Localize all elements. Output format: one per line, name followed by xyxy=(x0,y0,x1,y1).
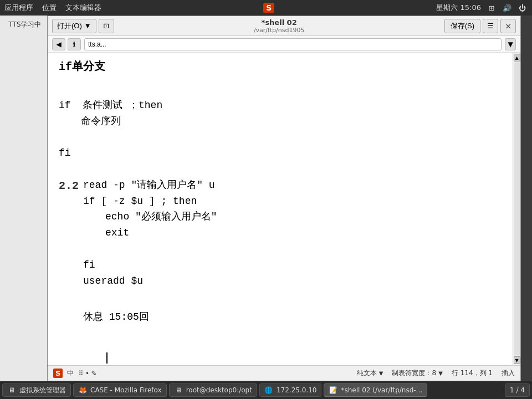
section-heading: if单分支 xyxy=(59,58,502,76)
status-bar: S 中 ⠿ • ✎ 纯文本 ▼ 制表符宽度：8 ▼ 行 114，列 1 插入 xyxy=(48,365,520,381)
vm-icon: 🖥 xyxy=(7,386,16,395)
network-icon: ⊞ xyxy=(487,3,497,13)
title-bar: 打开(O) ▼ ⊡ *shell 02 /var/ftp/nsd1905 保存(… xyxy=(48,16,520,36)
cursor-area xyxy=(59,334,502,365)
window-subtitle: /var/ftp/nsd1905 xyxy=(254,27,305,34)
if-check-line: if [ -z $u ] ; then xyxy=(83,193,502,209)
terminal-label: root@desktop0:/opt xyxy=(186,386,252,394)
section2-label: 2.2 xyxy=(59,177,79,195)
lang-indicator: 中 xyxy=(67,369,74,378)
firefox-label: CASE - Mozilla Firefox xyxy=(90,386,162,394)
ip-icon: 🌐 xyxy=(264,386,273,395)
blank-line-5 xyxy=(83,289,502,305)
left-panel-text: TTS学习中 xyxy=(0,16,49,34)
open-dropdown-arrow[interactable]: ▼ xyxy=(84,22,91,30)
taskbar: 🖥 虚拟系统管理器 🦊 CASE - Mozilla Firefox 🖥 roo… xyxy=(0,381,532,399)
input-mode: 插入 xyxy=(502,369,515,378)
editor-main: if单分支 if 条件测试 ；then 命令序列 fi 2.2 read -p … xyxy=(48,53,520,365)
status-icons: ⠿ • ✎ xyxy=(78,370,97,377)
menu-button[interactable]: ☰ xyxy=(483,19,498,33)
format-arrow: ▼ xyxy=(379,370,383,376)
blank-line-4 xyxy=(83,241,502,257)
blank-line-3 xyxy=(59,161,502,177)
clock: 星期六 15:06 xyxy=(436,3,481,13)
system-bar: 应用程序 位置 文本编辑器 S 星期六 15:06 ⊞ 🔊 ⏻ xyxy=(0,0,532,16)
scroll-track[interactable] xyxy=(514,63,520,355)
back-button[interactable]: ◀ xyxy=(52,38,65,50)
blank-line-2 xyxy=(59,129,502,145)
command-sequence-line: 命令序列 xyxy=(59,114,502,130)
useradd-line: useradd $u xyxy=(83,273,502,289)
pages-label: 1 / 4 xyxy=(510,386,525,394)
taskbar-item-ip[interactable]: 🌐 172.25.0.10 xyxy=(259,383,322,397)
s-logo-status: S xyxy=(53,369,63,378)
sound-icon: 🔊 xyxy=(502,3,512,13)
firefox-icon: 🦊 xyxy=(78,386,87,395)
screenshot-icon: ⊡ xyxy=(103,22,109,30)
address-bar: ◀ ℹ ▼ xyxy=(48,36,520,53)
close-button[interactable]: × xyxy=(500,19,516,33)
ip-label: 172.25.0.10 xyxy=(277,386,317,394)
tab-width-dropdown[interactable]: 制表符宽度：8 ▼ xyxy=(392,369,442,378)
fi-line-2: fi xyxy=(83,257,502,273)
stack-icon: S xyxy=(263,3,274,13)
power-icon: ⏻ xyxy=(518,3,528,13)
editor-icon: 📝 xyxy=(329,386,337,395)
apps-menu[interactable]: 应用程序 xyxy=(4,3,33,13)
read-line: read -p "请输入用户名" u xyxy=(83,177,502,193)
exit-line: exit xyxy=(83,225,502,241)
text-editor-menu[interactable]: 文本编辑器 xyxy=(65,3,101,13)
window-title: *shell 02 xyxy=(262,18,297,27)
position-indicator: 行 114，列 1 xyxy=(452,369,493,378)
menu-icon: ☰ xyxy=(487,22,494,30)
fi-line: fi xyxy=(59,145,502,161)
vertical-scrollbar[interactable]: ▲ ▼ xyxy=(513,53,520,365)
taskbar-item-terminal[interactable]: 🖥 root@desktop0:/opt xyxy=(169,383,257,397)
taskbar-item-vm[interactable]: 🖥 虚拟系统管理器 xyxy=(2,383,71,397)
editor-window: 打开(O) ▼ ⊡ *shell 02 /var/ftp/nsd1905 保存(… xyxy=(47,16,521,381)
if-template-line: if 条件测试 ；then xyxy=(59,98,502,114)
section2-wrapper: 2.2 read -p "请输入用户名" u if [ -z $u ] ; th… xyxy=(59,177,502,325)
taskbar-item-editor[interactable]: 📝 *shell 02 (/var/ftp/nsd-... xyxy=(324,383,427,397)
format-dropdown[interactable]: 纯文本 ▼ xyxy=(357,369,383,378)
tab-width-label: 制表符宽度：8 xyxy=(392,369,436,378)
text-cursor xyxy=(106,352,108,364)
terminal-icon: 🖥 xyxy=(174,386,183,395)
rest-note: 休息 15:05回 xyxy=(83,309,502,325)
vm-label: 虚拟系统管理器 xyxy=(19,386,66,395)
dropdown-button[interactable]: ▼ xyxy=(505,38,516,50)
open-button[interactable]: 打开(O) ▼ xyxy=(52,19,96,33)
scroll-down-button[interactable]: ▼ xyxy=(514,356,520,364)
blank-line-1 xyxy=(59,81,502,98)
editor-content[interactable]: if单分支 if 条件测试 ；then 命令序列 fi 2.2 read -p … xyxy=(48,53,513,365)
format-label: 纯文本 xyxy=(357,369,377,378)
section2-content: read -p "请输入用户名" u if [ -z $u ] ; then e… xyxy=(83,177,502,325)
editor-label: *shell 02 (/var/ftp/nsd-... xyxy=(341,386,422,394)
info-button[interactable]: ℹ xyxy=(68,38,81,50)
echo-line: echo "必须输入用户名" xyxy=(83,209,502,225)
screenshot-button[interactable]: ⊡ xyxy=(99,19,114,33)
taskbar-pages: 1 / 4 xyxy=(505,383,530,397)
url-input[interactable] xyxy=(84,38,502,50)
position-menu[interactable]: 位置 xyxy=(42,3,57,13)
left-panel: TTS学习中 xyxy=(0,16,50,381)
save-button[interactable]: 保存(S) xyxy=(444,19,480,33)
taskbar-item-firefox[interactable]: 🦊 CASE - Mozilla Firefox xyxy=(73,383,167,397)
open-button-label: 打开(O) xyxy=(57,21,82,31)
tab-width-arrow: ▼ xyxy=(438,370,443,376)
scroll-up-button[interactable]: ▲ xyxy=(514,54,520,62)
